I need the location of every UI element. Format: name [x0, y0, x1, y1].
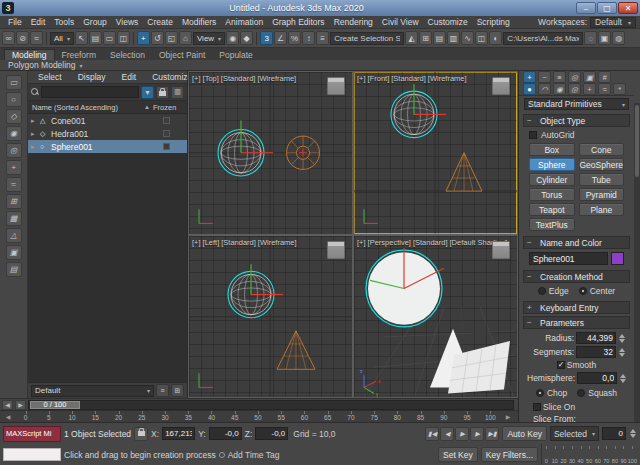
viewport-left[interactable]: [+] [Left] [Standard] [Wireframe] [189, 236, 352, 398]
primitive-category-dropdown[interactable]: Standard Primitives ▾ [524, 98, 629, 110]
filter-frozen-icon[interactable]: ▤ [6, 262, 22, 277]
torus-button[interactable]: Torus [529, 188, 575, 201]
hemisphere-field[interactable] [577, 372, 617, 384]
lock-button[interactable] [156, 86, 169, 99]
go-to-start-button[interactable]: ▮◀ [425, 427, 439, 441]
keyboard-entry-rollout-header[interactable]: + Keyboard Entry [523, 301, 630, 314]
name-color-rollout-header[interactable]: − Name and Color [523, 236, 630, 249]
expand-arrow-icon[interactable]: ▸ [31, 130, 37, 138]
expand-arrow-icon[interactable]: ▸ [31, 117, 37, 125]
ribbon-tab[interactable]: Populate [212, 49, 260, 60]
teapot-button[interactable]: Teapot [529, 203, 575, 216]
object-name-field[interactable] [529, 252, 608, 265]
radius-field[interactable] [576, 332, 616, 344]
track-bar-right-arrow[interactable]: ▶ [502, 411, 514, 422]
filter-all-icon[interactable]: ▭ [6, 75, 22, 90]
mirror-icon[interactable]: ◭ [405, 31, 418, 45]
menu-item[interactable]: Group [79, 17, 111, 27]
named-selection-set-field[interactable] [330, 32, 404, 45]
maxscript-listener-input[interactable] [3, 448, 61, 461]
object-name[interactable]: Cone001 [51, 116, 160, 126]
radius-spinner[interactable] [618, 334, 626, 343]
menu-item[interactable]: Create [143, 17, 177, 27]
viewport-shading-label[interactable]: [Wireframe] [428, 74, 467, 83]
viewport-shading-label[interactable]: [Wireframe] [258, 238, 297, 247]
viewport-pov-label[interactable]: [Perspective] [368, 238, 411, 247]
render-setup-icon[interactable]: ◌ [584, 31, 597, 45]
geosphere-button[interactable]: GeoSphere [579, 158, 625, 171]
utilities-tab-icon[interactable]: # [598, 71, 611, 83]
select-and-rotate-icon[interactable]: ↺ [151, 31, 164, 45]
viewport-pov-label[interactable]: [Front] [368, 74, 390, 83]
panel-scrollbar[interactable] [634, 103, 640, 422]
material-editor-icon[interactable]: ◐ [489, 31, 502, 45]
selection-filter-dropdown[interactable]: All▾ [50, 32, 74, 45]
ribbon-tab[interactable]: Freeform [55, 49, 103, 60]
mini-track-bar[interactable]: 0102030405060708090100 [541, 444, 637, 465]
Hedra001[interactable]: ▸ ◇ Hedra001 [28, 127, 187, 140]
select-by-name-icon[interactable]: ▤ [89, 31, 102, 45]
explorer-settings-icon[interactable]: ≡ [156, 384, 169, 397]
cameras-category-icon[interactable]: ◎ [568, 83, 581, 95]
viewport-standard-label[interactable]: [Standard] [221, 238, 256, 247]
viewport-front[interactable]: [+] [Front] [Standard] [Wireframe] [354, 72, 517, 234]
viewport-top[interactable]: [+] [Top] [Standard] [Wireframe] [189, 72, 352, 234]
angle-snap-icon[interactable]: ∠ [274, 31, 287, 45]
menu-item[interactable]: Graph Editors [268, 17, 328, 27]
tube-button[interactable]: Tube [579, 173, 625, 186]
percent-snap-icon[interactable]: % [288, 31, 301, 45]
previous-frame-button[interactable]: ◀ [440, 427, 454, 441]
center-radio[interactable] [579, 287, 587, 295]
menu-item[interactable]: Civil View [378, 17, 423, 27]
viewport-standard-label[interactable]: [Standard] [413, 238, 448, 247]
filter-bones-icon[interactable]: △ [6, 228, 22, 243]
next-frame-button[interactable]: ▶ [470, 427, 484, 441]
select-and-place-icon[interactable]: ⌂ [179, 31, 192, 45]
project-folder-field[interactable] [503, 32, 583, 45]
close-button[interactable]: ✕ [618, 2, 638, 14]
Sphere001[interactable]: ▸ ○ Sphere001 [28, 140, 187, 153]
geometry-category-icon[interactable]: ● [523, 83, 536, 95]
filter-xrefs-icon[interactable]: ▦ [6, 211, 22, 226]
selection-lock-button[interactable] [134, 427, 148, 441]
viewport-standard-label[interactable]: [Standard] [391, 74, 426, 83]
use-pivot-point-icon[interactable]: ◉ [226, 31, 239, 45]
ribbon-tab[interactable]: Object Paint [152, 49, 212, 60]
viewport-menu-button[interactable]: [+] [357, 238, 366, 247]
chop-radio[interactable] [536, 389, 544, 397]
slice-on-checkbox[interactable] [533, 403, 541, 411]
explorer-menu-item[interactable]: Edit [118, 72, 141, 82]
modify-tab-icon[interactable]: ~ [538, 71, 551, 83]
schematic-view-icon[interactable]: ◫ [475, 31, 488, 45]
filter-groups-icon[interactable]: ⊞ [6, 194, 22, 209]
filter-spacewarps-icon[interactable]: ≈ [6, 177, 22, 192]
viewcube[interactable] [492, 77, 510, 95]
key-filters-button[interactable]: Key Filters... [481, 447, 538, 462]
plane-button[interactable]: Plane [579, 203, 625, 216]
bind-to-spacewarp-icon[interactable]: ≈ [30, 31, 43, 45]
menu-item[interactable]: Views [112, 17, 143, 27]
creation-method-rollout-header[interactable]: − Creation Method [523, 270, 630, 283]
object-name[interactable]: Sphere001 [51, 142, 160, 152]
viewcube[interactable] [327, 77, 345, 95]
cylinder-button[interactable]: Cylinder [529, 173, 575, 186]
go-to-end-button[interactable]: ▶▮ [485, 427, 499, 441]
maxscript-mini-listener[interactable]: MAXScript Mi [3, 426, 61, 442]
add-time-tag[interactable]: Add Time Tag [219, 450, 280, 460]
viewcube[interactable] [327, 241, 345, 259]
select-object-icon[interactable]: ↖ [75, 31, 88, 45]
scene-explorer-toggle-icon[interactable]: ▤ [433, 31, 446, 45]
smooth-checkbox[interactable] [557, 361, 565, 369]
expand-arrow-icon[interactable]: ▸ [31, 143, 37, 151]
viewport-menu-button[interactable]: [+] [192, 238, 201, 247]
filter-button[interactable]: ▼ [141, 86, 154, 99]
rectangular-selection-icon[interactable]: ▭ [103, 31, 116, 45]
link-icon[interactable]: ∞ [2, 31, 15, 45]
select-and-manipulate-icon[interactable]: ◆ [240, 31, 253, 45]
center-option[interactable]: Center [579, 286, 616, 296]
track-bar-ticks[interactable]: 0510152025303540455055606570758085909510… [14, 411, 502, 422]
object-type-rollout-header[interactable]: − Object Type [523, 114, 630, 127]
menu-item[interactable]: Edit [27, 17, 50, 27]
spacewarps-category-icon[interactable]: ≈ [598, 83, 611, 95]
explorer-pick-icon[interactable]: ⊞ [171, 384, 184, 397]
